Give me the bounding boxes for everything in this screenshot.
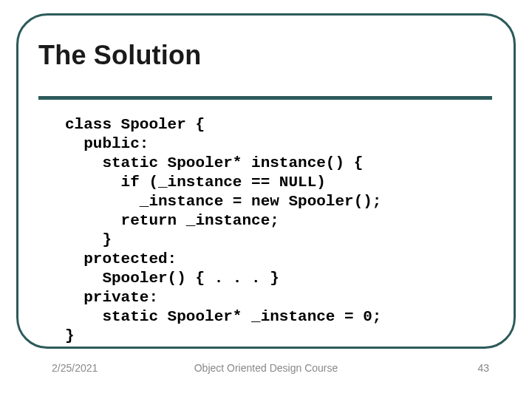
footer-page-number: 43 xyxy=(477,362,489,374)
code-block: class Spooler { public: static Spooler* … xyxy=(65,115,381,346)
title-rule xyxy=(38,96,492,100)
footer: 2/25/2021 Object Oriented Design Course … xyxy=(0,362,532,384)
footer-course: Object Oriented Design Course xyxy=(0,362,532,374)
slide: The Solution class Spooler { public: sta… xyxy=(0,0,532,399)
slide-title: The Solution xyxy=(38,40,201,71)
